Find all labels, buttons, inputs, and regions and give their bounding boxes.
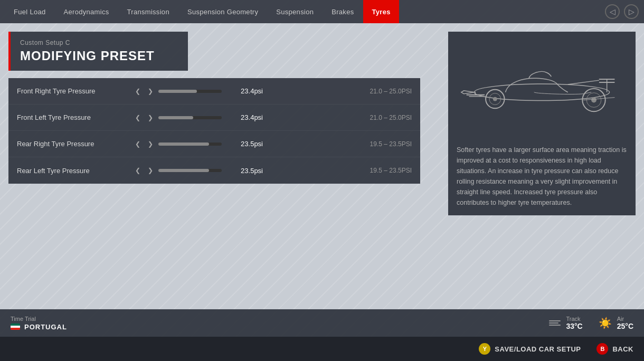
value-fl: 23.4psi xyxy=(226,113,263,121)
track-value: 33°C xyxy=(566,322,582,330)
range-fr: 21.0 – 25.0PSI xyxy=(370,88,412,95)
decrement-rl[interactable]: ❮ xyxy=(133,166,143,175)
table-row: Rear Right Tyre Pressure ❮ ❯ 23.5psi 19.… xyxy=(8,131,420,157)
table-row: Front Right Tyre Pressure ❮ ❯ 23.4psi 21… xyxy=(8,78,420,104)
top-nav: Fuel Load Aerodynamics Transmission Susp… xyxy=(0,0,644,23)
status-left: Time Trial PORTUGAL xyxy=(11,316,67,331)
track-temp: Track 33°C xyxy=(549,316,582,330)
decrement-fl[interactable]: ❮ xyxy=(133,113,143,122)
right-panel: Softer tyres have a larger surface area … xyxy=(448,32,636,215)
increment-fl[interactable]: ❯ xyxy=(146,113,155,122)
slider-rr[interactable] xyxy=(158,142,222,146)
increment-rl[interactable]: ❯ xyxy=(146,166,155,175)
preset-subtitle: Custom Setup C xyxy=(20,39,178,46)
increment-fr[interactable]: ❯ xyxy=(146,87,155,96)
range-rl: 19.5 – 23.5PSI xyxy=(370,167,412,174)
left-panel: Custom Setup C MODIFYING PRESET Front Ri… xyxy=(8,32,440,215)
value-rr: 23.5psi xyxy=(226,140,263,148)
status-bar: Time Trial PORTUGAL Track 33°C ☀️ Air 25… xyxy=(0,309,644,337)
value-rl: 23.5psi xyxy=(226,167,263,175)
back-button[interactable]: B BACK xyxy=(596,343,633,355)
y-badge: Y xyxy=(479,343,490,355)
air-value: 25°C xyxy=(617,322,633,330)
save-load-label: SAVE/LOAD CAR SETUP xyxy=(495,345,581,353)
track-label: Track xyxy=(566,316,582,322)
slider-rl[interactable] xyxy=(158,169,222,172)
increment-rr[interactable]: ❯ xyxy=(146,139,155,149)
tab-brakes[interactable]: Brakes xyxy=(323,0,362,23)
mode-label: Time Trial xyxy=(11,316,67,322)
controls-fl: ❮ ❯ xyxy=(133,113,222,122)
air-label: Air xyxy=(617,316,633,322)
save-load-button[interactable]: Y SAVE/LOAD CAR SETUP xyxy=(479,343,581,355)
range-fl: 21.0 – 25.0PSI xyxy=(370,114,412,121)
tab-suspension-geometry[interactable]: Suspension Geometry xyxy=(179,0,267,23)
country-name: PORTUGAL xyxy=(24,323,67,331)
svg-point-8 xyxy=(493,97,497,101)
setting-name-rr: Rear Right Tyre Pressure xyxy=(17,140,133,148)
air-temp: ☀️ Air 25°C xyxy=(599,316,633,330)
car-diagram xyxy=(448,32,636,137)
decrement-rr[interactable]: ❮ xyxy=(133,139,143,149)
flag-icon xyxy=(11,324,20,330)
status-right: Track 33°C ☀️ Air 25°C xyxy=(549,316,633,330)
tab-suspension[interactable]: Suspension xyxy=(268,0,322,23)
range-rr: 19.5 – 23.5PSI xyxy=(370,140,412,148)
status-country: PORTUGAL xyxy=(11,323,67,331)
tab-tyres[interactable]: Tyres xyxy=(363,0,399,23)
setting-name-fr: Front Right Tyre Pressure xyxy=(17,87,133,95)
controls-rl: ❮ ❯ xyxy=(133,166,222,175)
setting-name-fl: Front Left Tyre Pressure xyxy=(17,113,133,121)
preset-title: MODIFYING PRESET xyxy=(20,49,178,63)
info-description: Softer tyres have a larger surface area … xyxy=(448,137,636,215)
prev-icon[interactable]: ◁ xyxy=(605,4,620,19)
controls-rr: ❮ ❯ xyxy=(133,139,222,149)
value-fr: 23.4psi xyxy=(226,87,263,95)
svg-line-9 xyxy=(568,80,599,84)
preset-header: Custom Setup C MODIFYING PRESET xyxy=(8,32,188,71)
svg-point-5 xyxy=(591,98,596,103)
slider-fr[interactable] xyxy=(158,90,222,93)
action-bar: Y SAVE/LOAD CAR SETUP B BACK xyxy=(0,337,644,361)
tab-transmission[interactable]: Transmission xyxy=(119,0,178,23)
table-row: Front Left Tyre Pressure ❮ ❯ 23.4psi 21.… xyxy=(8,104,420,131)
heat-waves-icon xyxy=(549,320,561,326)
setting-name-rl: Rear Left Tyre Pressure xyxy=(17,167,133,175)
back-label: BACK xyxy=(612,345,633,353)
sun-icon: ☀️ xyxy=(599,317,612,329)
nav-icons: ◁ ▷ xyxy=(605,4,639,19)
next-icon[interactable]: ▷ xyxy=(624,4,639,19)
tab-fuel-load[interactable]: Fuel Load xyxy=(5,0,54,23)
tab-aerodynamics[interactable]: Aerodynamics xyxy=(55,0,118,23)
b-badge: B xyxy=(596,343,608,355)
table-row: Rear Left Tyre Pressure ❮ ❯ 23.5psi 19.5… xyxy=(8,157,420,184)
decrement-fr[interactable]: ❮ xyxy=(133,87,143,96)
slider-fl[interactable] xyxy=(158,116,222,119)
info-panel: Softer tyres have a larger surface area … xyxy=(448,32,636,215)
controls-fr: ❮ ❯ xyxy=(133,87,222,96)
settings-table: Front Right Tyre Pressure ❮ ❯ 23.4psi 21… xyxy=(8,78,420,184)
